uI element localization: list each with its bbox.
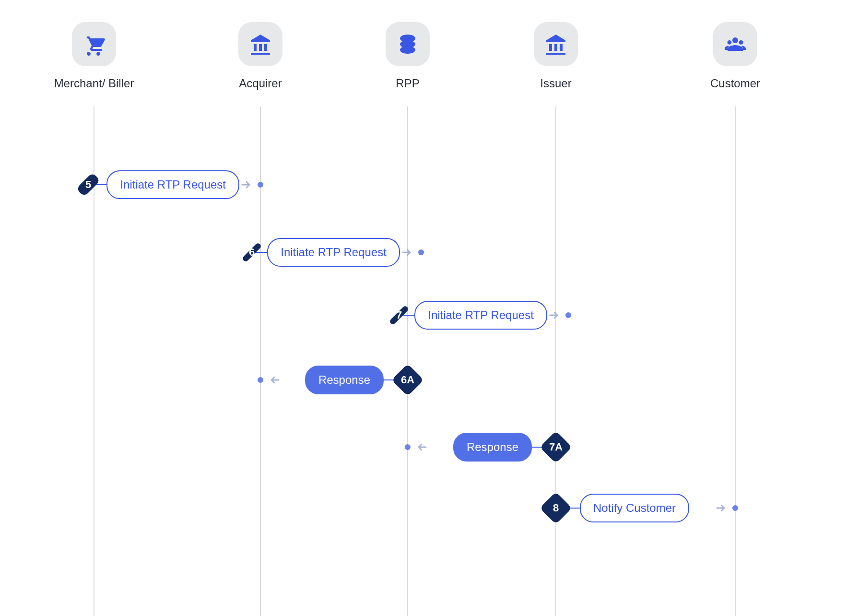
lane-rpp: RPP: [350, 0, 465, 90]
connector: [402, 315, 414, 316]
endpoint-dot: [565, 312, 571, 318]
arrow-right-icon: [547, 308, 561, 322]
endpoint-dot: [258, 377, 263, 383]
lane-merchant: Merchant/ Biller: [36, 0, 152, 90]
bank-icon: [534, 22, 578, 66]
step-6: 6Initiate RTP Request: [249, 238, 411, 267]
step-5: 5Initiate RTP Request: [82, 170, 263, 199]
arrow-right-icon: [239, 178, 253, 191]
people-icon: [713, 22, 757, 66]
step-label-box: Notify Customer: [580, 494, 689, 522]
arrow-right-icon: [400, 246, 413, 259]
step-number-diamond: 6A: [391, 364, 424, 396]
sequence-diagram: Merchant/ BillerAcquirerRPPIssuerCustome…: [0, 0, 846, 616]
step-number-diamond: 8: [540, 492, 572, 524]
endpoint-dot: [405, 444, 411, 450]
arrow-right-icon: [714, 501, 728, 515]
endpoint-dot: [258, 182, 263, 188]
lifeline-rpp: [407, 107, 408, 616]
step-number-diamond: 7A: [540, 431, 572, 463]
lane-label: Acquirer: [203, 77, 318, 90]
step-6A: Response6A: [258, 366, 419, 394]
step-label-box: Response: [453, 433, 532, 462]
arrow-left-icon: [415, 440, 429, 454]
step-8: 8Notify Customer: [544, 494, 738, 522]
lane-label: Issuer: [498, 77, 613, 90]
database-icon: [386, 22, 430, 66]
lane-customer: Customer: [678, 0, 793, 90]
lane-issuer: Issuer: [498, 0, 613, 90]
lifeline-customer: [735, 107, 736, 616]
step-label-box: Initiate RTP Request: [106, 170, 239, 199]
step-7A: Response7A: [405, 433, 567, 462]
lane-label: RPP: [350, 77, 465, 90]
endpoint-dot: [418, 249, 424, 255]
bank-icon: [238, 22, 282, 66]
step-label-box: Initiate RTP Request: [414, 301, 547, 330]
lane-label: Customer: [678, 77, 793, 90]
endpoint-dot: [732, 505, 738, 511]
lifeline-issuer: [555, 107, 556, 616]
lane-acquirer: Acquirer: [203, 0, 318, 90]
cart-icon: [72, 22, 116, 66]
step-label-box: Response: [305, 366, 384, 394]
step-label-box: Initiate RTP Request: [267, 238, 400, 267]
connector: [255, 252, 267, 253]
arrow-left-icon: [268, 373, 282, 387]
step-7: 7Initiate RTP Request: [396, 301, 559, 330]
lane-label: Merchant/ Biller: [36, 77, 152, 90]
